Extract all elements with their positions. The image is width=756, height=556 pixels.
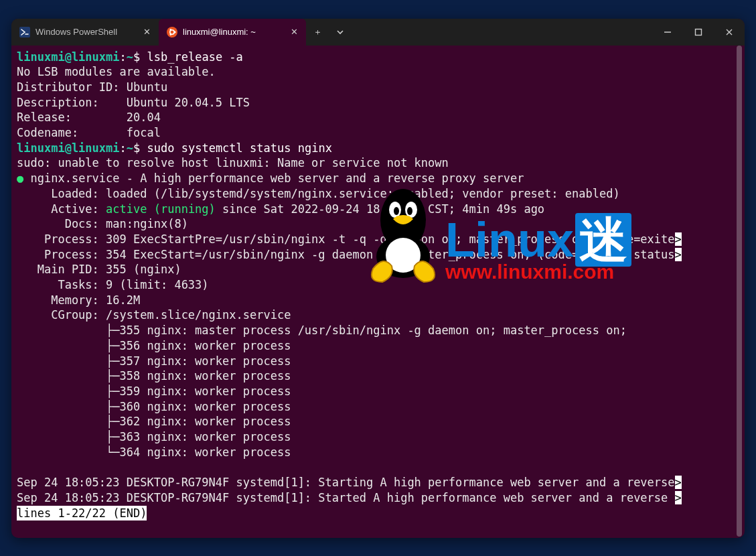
powershell-icon: [19, 27, 30, 38]
output-line: No LSB modules are available.: [17, 65, 216, 78]
output-line: Codename: focal: [17, 126, 161, 139]
scrollbar-thumb[interactable]: [737, 46, 742, 537]
command-text: sudo systemctl status nginx: [147, 141, 332, 155]
window-frame: Windows PowerShell ✕ linuxmi@linuxmi: ~ …: [11, 19, 745, 538]
close-window-button[interactable]: [714, 19, 745, 46]
output-line: └─364 nginx: worker process: [17, 445, 291, 459]
output-line: Release: 20.04: [17, 111, 161, 124]
svg-point-3: [174, 31, 176, 33]
output-line: Sep 24 18:05:23 DESKTOP-RG79N4F systemd[…: [17, 491, 675, 504]
output-line: sudo: unable to resolve host linuxmi: Na…: [17, 156, 449, 169]
svg-point-1: [167, 27, 177, 38]
command-text: [140, 50, 147, 64]
prompt-sigil: $: [133, 50, 140, 64]
output-line: Process: 309 ExecStartPre=/usr/sbin/ngin…: [17, 232, 675, 246]
prompt-path: ~: [127, 141, 133, 155]
line-truncated-icon: >: [675, 232, 682, 246]
output-line: Tasks: 9 (limit: 4633): [17, 278, 209, 291]
svg-point-5: [170, 33, 172, 36]
output-line: Memory: 16.2M: [17, 293, 140, 307]
ubuntu-icon: [167, 27, 177, 38]
tab-label: linuxmi@linuxmi: ~: [183, 27, 256, 37]
tab-ubuntu-terminal[interactable]: linuxmi@linuxmi: ~ ✕: [159, 19, 306, 46]
output-line: ├─355 nginx: master process /usr/sbin/ng…: [17, 324, 627, 337]
prompt-colon: :: [120, 141, 127, 155]
output-line: Distributor ID: Ubuntu: [17, 80, 167, 94]
titlebar: Windows PowerShell ✕ linuxmi@linuxmi: ~ …: [11, 19, 745, 46]
tab-powershell[interactable]: Windows PowerShell ✕: [11, 19, 159, 46]
line-truncated-icon: >: [675, 476, 682, 489]
status-dot-icon: ●: [17, 171, 23, 185]
output-line: Docs: man:nginx(8): [17, 217, 188, 230]
prompt-colon: :: [120, 50, 127, 64]
output-line: since Sat 2022-09-24 18:05:23 CST; 4min …: [216, 202, 544, 216]
line-truncated-icon: >: [675, 491, 682, 504]
output-line: Sep 24 18:05:23 DESKTOP-RG79N4F systemd[…: [17, 476, 675, 489]
command-text: lsb_release -a: [147, 50, 243, 64]
close-icon[interactable]: ✕: [141, 27, 152, 37]
maximize-button[interactable]: [683, 19, 714, 46]
output-line: ├─358 nginx: worker process: [17, 369, 291, 383]
output-line: Main PID: 355 (nginx): [17, 263, 181, 276]
pager-status: lines 1-22/22 (END): [17, 506, 147, 521]
prompt-user-host: linuxmi@linuxmi: [17, 141, 120, 155]
service-header: nginx.service - A high performance web s…: [31, 171, 524, 185]
line-truncated-icon: >: [675, 248, 682, 261]
close-icon[interactable]: ✕: [289, 27, 299, 37]
output-line: ├─360 nginx: worker process: [17, 400, 291, 413]
output-line: Description: Ubuntu 20.04.5 LTS: [17, 96, 250, 109]
output-line: ├─357 nginx: worker process: [17, 354, 291, 368]
output-line: Process: 354 ExecStart=/usr/sbin/nginx -…: [17, 248, 675, 261]
status-active: active (running): [106, 202, 216, 216]
tab-label: Windows PowerShell: [35, 27, 117, 37]
scrollbar[interactable]: [735, 46, 743, 537]
svg-point-4: [170, 29, 172, 31]
svg-rect-7: [696, 29, 702, 35]
window-controls: [652, 19, 745, 46]
output-line: ├─363 nginx: worker process: [17, 430, 291, 443]
new-tab-button[interactable]: ＋: [306, 19, 329, 46]
tab-dropdown-button[interactable]: [329, 19, 352, 46]
terminal-output[interactable]: linuxmi@linuxmi:~$ lsb_release -a No LSB…: [11, 46, 745, 538]
output-label: Active:: [17, 202, 106, 216]
output-line: CGroup: /system.slice/nginx.service: [17, 308, 291, 322]
prompt-user-host: linuxmi@linuxmi: [17, 50, 120, 64]
output-line: ├─356 nginx: worker process: [17, 339, 291, 352]
minimize-button[interactable]: [652, 19, 683, 46]
prompt-path: ~: [127, 50, 133, 64]
output-line: ├─362 nginx: worker process: [17, 415, 291, 428]
prompt-sigil: $: [133, 141, 140, 155]
output-line: Loaded: loaded (/lib/systemd/system/ngin…: [17, 187, 620, 200]
output-line: ├─359 nginx: worker process: [17, 385, 291, 398]
